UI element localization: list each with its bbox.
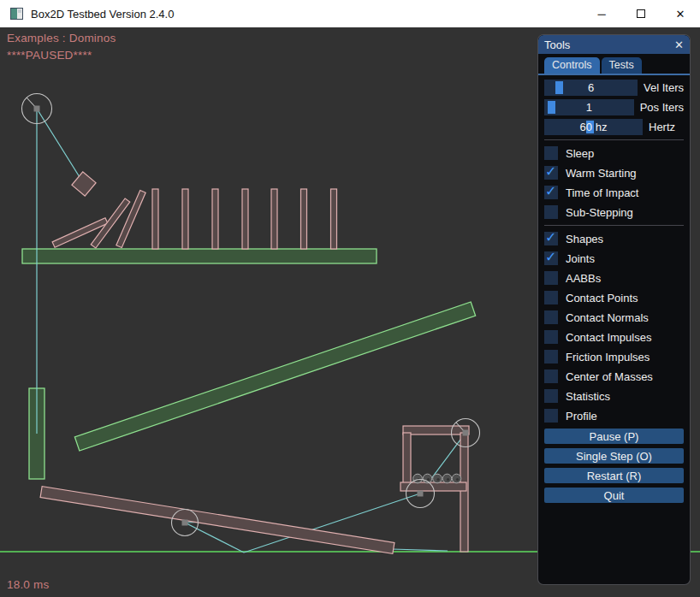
domino-standing-4[interactable] (242, 189, 248, 249)
checkbox-label: Center of Masses (566, 370, 653, 383)
domino-standing-6[interactable] (301, 189, 307, 249)
frame-right-post[interactable] (460, 433, 468, 552)
separator (544, 225, 684, 226)
example-caption: Examples : Dominos (7, 32, 116, 44)
domino-standing-3[interactable] (212, 189, 218, 249)
tools-panel-titlebar[interactable]: Tools ✕ (538, 35, 690, 54)
tab-controls[interactable]: Controls (544, 57, 600, 74)
checkbox-statistics[interactable]: Statistics (544, 389, 684, 403)
vel-iters-slider[interactable]: 6 (544, 80, 638, 96)
domino-standing-1[interactable] (152, 189, 158, 249)
pos-iters-slider[interactable]: 1 (544, 99, 634, 115)
slider-value: 1 (544, 99, 634, 115)
paused-indicator: ****PAUSED**** (7, 49, 92, 62)
checkbox-label: Shapes (566, 233, 603, 245)
slider-row: 60 hz Hertz (544, 119, 684, 135)
domino-platform (22, 249, 377, 263)
checkbox-contact-impulses[interactable]: Contact Impulses (544, 330, 684, 344)
checkbox-aabbs[interactable]: AABBs (544, 271, 684, 285)
slider-label: Hertz (649, 121, 675, 133)
checkbox-time-of-impact[interactable]: Time of Impact (544, 186, 684, 199)
checkbox-label: Friction Impulses (566, 351, 650, 364)
pause-button[interactable]: Pause (P) (544, 429, 684, 444)
checkbox-profile[interactable]: Profile (544, 409, 684, 423)
checkbox-icon[interactable] (544, 350, 558, 364)
slider-value: 6 (544, 80, 638, 96)
separator (544, 139, 684, 140)
checkbox-icon[interactable] (544, 186, 558, 199)
checkbox-icon[interactable] (544, 330, 558, 344)
checkbox-icon[interactable] (544, 271, 558, 285)
slider-row: 1 Pos Iters (544, 99, 684, 115)
checkbox-label: Contact Impulses (566, 331, 651, 344)
frame-time: 18.0 ms (7, 578, 49, 591)
restart-button[interactable]: Restart (R) (544, 468, 684, 483)
checkbox-friction-impulses[interactable]: Friction Impulses (544, 350, 684, 364)
checkbox-label: AABBs (566, 272, 601, 285)
tools-tabbar: Controls Tests (538, 54, 690, 75)
shelf-balls[interactable] (413, 474, 461, 483)
frame-left-post[interactable] (403, 433, 411, 488)
checkbox-icon[interactable] (544, 291, 558, 304)
checkbox-icon[interactable] (544, 232, 558, 245)
single-step-button[interactable]: Single Step (O) (544, 448, 684, 464)
checkbox-label: Contact Points (566, 292, 638, 304)
checkbox-icon[interactable] (544, 146, 558, 160)
slider-value: 60 hz (544, 119, 643, 135)
checkbox-center-of-masses[interactable]: Center of Masses (544, 369, 684, 383)
checkbox-label: Profile (566, 410, 597, 423)
slider-label: Pos Iters (640, 101, 684, 114)
checkbox-label: Time of Impact (566, 186, 638, 199)
checkbox-icon[interactable] (544, 409, 558, 423)
tools-panel: Tools ✕ Controls Tests 6 Vel Iters 1 Pos… (537, 34, 691, 585)
slider-row: 6 Vel Iters (544, 80, 684, 96)
checkbox-label: Sub-Stepping (566, 206, 633, 219)
tab-tests[interactable]: Tests (602, 57, 642, 74)
domino-standing-7[interactable] (331, 189, 337, 249)
domino-standing-2[interactable] (182, 189, 188, 249)
checkbox-label: Sleep (566, 147, 594, 160)
domino-leaning-2[interactable] (116, 191, 145, 248)
checkbox-icon[interactable] (544, 205, 558, 219)
tab-label: Controls (552, 59, 592, 71)
checkbox-contact-normals[interactable]: Contact Normals (544, 310, 684, 324)
checkbox-warm-starting[interactable]: Warm Starting (544, 166, 684, 180)
checkbox-joints[interactable]: Joints (544, 251, 684, 265)
quit-button[interactable]: Quit (544, 488, 684, 503)
checkbox-sub-stepping[interactable]: Sub-Stepping (544, 205, 684, 219)
tab-label: Tests (609, 59, 634, 71)
checkbox-icon[interactable] (544, 389, 558, 403)
frame-top-beam[interactable] (403, 426, 469, 434)
checkbox-label: Warm Starting (566, 167, 637, 180)
checkbox-icon[interactable] (544, 310, 558, 324)
checkbox-label: Joints (566, 252, 595, 265)
checkbox-contact-points[interactable]: Contact Points (544, 291, 684, 304)
pendulum-bob[interactable] (72, 172, 96, 196)
hertz-slider[interactable]: 60 hz (544, 119, 643, 135)
tools-content: 6 Vel Iters 1 Pos Iters 60 hz Hertz (538, 75, 690, 503)
checkbox-sleep[interactable]: Sleep (544, 146, 684, 160)
checkbox-icon[interactable] (544, 166, 558, 180)
tools-close-icon[interactable]: ✕ (674, 39, 684, 50)
domino-standing-5[interactable] (271, 189, 277, 249)
slider-label: Vel Iters (644, 81, 684, 94)
checkbox-label: Contact Normals (566, 311, 649, 324)
tools-panel-title: Tools (544, 38, 570, 51)
checkbox-icon[interactable] (544, 369, 558, 383)
checkbox-label: Statistics (566, 390, 610, 403)
checkbox-icon[interactable] (544, 251, 558, 265)
checkbox-shapes[interactable]: Shapes (544, 232, 684, 245)
app-window: Box2D Testbed Version 2.4.0 ─ ✕ (0, 0, 700, 597)
